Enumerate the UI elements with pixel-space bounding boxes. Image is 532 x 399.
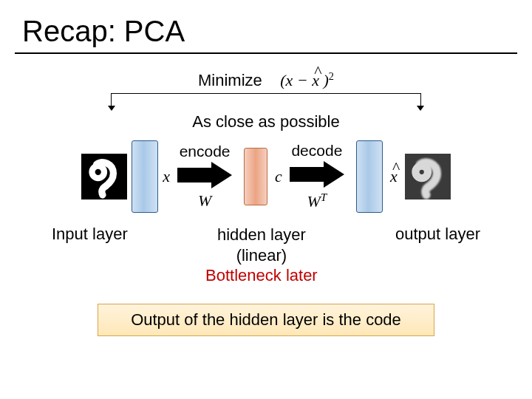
wt-sup: T: [321, 191, 327, 203]
code-highlight-box: Output of the hidden layer is the code: [98, 304, 434, 336]
encode-label: encode: [180, 143, 231, 160]
c-label: c: [275, 167, 282, 186]
hidden-line1: hidden layer: [205, 225, 318, 245]
decode-arrow-icon: [290, 161, 344, 188]
output-vector-block: [356, 140, 383, 213]
output-layer-label: output layer: [395, 225, 480, 244]
wt-label: WT: [307, 191, 327, 211]
slide-title: Recap: PCA: [0, 0, 532, 52]
decode-label: decode: [291, 142, 342, 160]
wt-base: W: [307, 192, 320, 211]
diagram-row: x encode W c decode WT x: [0, 140, 532, 213]
svg-marker-3: [290, 161, 344, 188]
expr-pow: 2: [329, 70, 334, 82]
x-label: x: [163, 167, 170, 186]
code-vector-block: [244, 148, 267, 205]
input-digit-image: [81, 154, 127, 200]
input-vector-block: [132, 140, 158, 213]
as-close-label: As close as possible: [0, 112, 532, 132]
hidden-layer-label: hidden layer (linear) Bottleneck later: [205, 225, 318, 286]
encode-arrow-icon: [177, 162, 232, 188]
hidden-line3: Bottleneck later: [205, 265, 318, 286]
input-layer-label: Input layer: [52, 225, 128, 244]
minimize-expr: (x − x )2: [280, 71, 334, 89]
w-label: W: [198, 191, 211, 211]
output-digit-image: [405, 154, 451, 200]
hidden-line2: (linear): [205, 245, 318, 266]
xhat-label: x: [390, 167, 398, 186]
expr-left: (x −: [280, 71, 312, 89]
title-underline: [15, 52, 517, 54]
minimize-line: Minimize (x − x )2: [0, 70, 532, 90]
svg-marker-2: [177, 162, 232, 188]
bracket-arrows: [111, 93, 421, 111]
layer-labels-row: Input layer hidden layer (linear) Bottle…: [0, 213, 532, 286]
minimize-label: Minimize: [198, 71, 262, 89]
expr-xhat: x: [312, 71, 319, 90]
